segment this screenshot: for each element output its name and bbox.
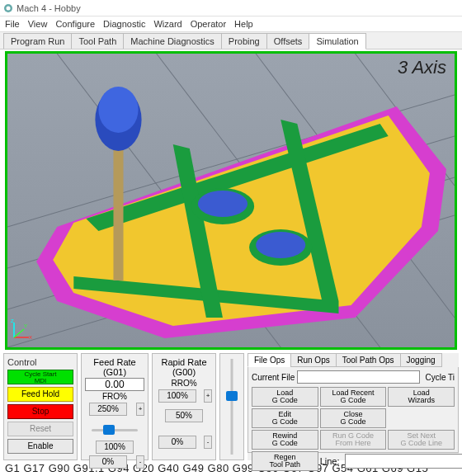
svg-text:Z: Z xyxy=(11,318,14,323)
menu-diagnostic[interactable]: Diagnostic xyxy=(103,19,145,29)
window-title: Mach 4 - Hobby xyxy=(16,3,81,13)
file-ops-tab-bar: File Ops Run Ops Tool Path Ops Jogging xyxy=(248,353,459,367)
svg-text:X: X xyxy=(29,335,32,340)
current-file-label: Current File xyxy=(252,373,295,382)
fro-plus-button[interactable]: + xyxy=(136,403,144,416)
svg-text:Y: Y xyxy=(24,323,27,328)
rro-current: 50% xyxy=(165,409,203,422)
tab-program-run[interactable]: Program Run xyxy=(3,33,72,49)
menu-configure[interactable]: Configure xyxy=(55,19,95,29)
simulated-part-graphic xyxy=(7,54,455,347)
fro-minus-button[interactable]: - xyxy=(136,455,144,469)
feed-rate-readout: 0.00 xyxy=(85,378,144,391)
axis-triad-icon: Z X Y xyxy=(11,318,34,342)
set-next-line-button[interactable]: Set Next G Code Line xyxy=(388,430,455,450)
line-label: Line: xyxy=(320,456,340,466)
line-input[interactable] xyxy=(345,454,462,469)
rewind-gcode-button[interactable]: Rewind G Code xyxy=(252,430,318,450)
tab-run-ops[interactable]: Run Ops xyxy=(290,353,336,367)
fro-min: 0% xyxy=(89,455,127,469)
rapid-rate-title: Rapid Rate (G00) xyxy=(156,357,212,377)
fro-max: 250% xyxy=(89,403,127,416)
rro-max: 100% xyxy=(158,389,196,403)
tab-file-ops[interactable]: File Ops xyxy=(248,353,291,367)
fro-slider[interactable] xyxy=(85,421,144,439)
feed-rate-title: Feed Rate (G01) xyxy=(85,357,144,377)
tab-toolpath-ops[interactable]: Tool Path Ops xyxy=(336,353,401,367)
close-gcode-button[interactable]: Close G Code xyxy=(320,408,387,428)
main-tab-bar: Program Run Tool Path Machine Diagnostic… xyxy=(0,31,462,49)
menu-wizard[interactable]: Wizard xyxy=(153,19,182,29)
rapid-rate-panel: Rapid Rate (G00) RRO% 100% + 50% 0% - xyxy=(152,353,216,460)
menu-operator[interactable]: Operator xyxy=(191,19,226,29)
app-icon xyxy=(3,3,13,13)
tab-simulation[interactable]: Simulation xyxy=(309,33,365,49)
tab-tool-path[interactable]: Tool Path xyxy=(71,33,124,49)
regen-toolpath-button[interactable]: Regen Tool Path xyxy=(252,451,318,471)
tab-probing[interactable]: Probing xyxy=(221,33,267,49)
rro-vertical-slider[interactable] xyxy=(219,353,244,460)
fro-label: FRO% xyxy=(85,392,144,401)
svg-rect-20 xyxy=(113,136,123,280)
reset-button[interactable]: Reset xyxy=(7,422,73,436)
tab-machine-diagnostics[interactable]: Machine Diagnostics xyxy=(123,33,222,49)
viewport-mode-label: 3 Axis xyxy=(398,57,446,78)
load-gcode-button[interactable]: Load G Code xyxy=(252,387,318,407)
svg-line-25 xyxy=(14,329,24,337)
control-title: Control xyxy=(7,357,73,367)
menu-file[interactable]: File xyxy=(5,19,20,29)
stop-button[interactable]: Stop xyxy=(7,404,73,419)
load-wizards-button[interactable]: Load Wizards xyxy=(388,387,455,407)
simulation-viewport[interactable]: 3 Axis Z X Y xyxy=(5,51,457,350)
svg-point-19 xyxy=(256,232,305,258)
rro-minus-button[interactable]: - xyxy=(204,436,212,449)
titlebar: Mach 4 - Hobby xyxy=(0,0,462,16)
tab-jogging[interactable]: Jogging xyxy=(400,353,442,367)
load-recent-gcode-button[interactable]: Load Recent G Code xyxy=(320,387,387,407)
control-panel: Control Cycle Start MDI Feed Hold Stop R… xyxy=(3,353,78,460)
svg-point-22 xyxy=(98,87,138,133)
run-from-here-button[interactable]: Run G Code From Here xyxy=(320,430,387,450)
feed-rate-panel: Feed Rate (G01) 0.00 FRO% 250% + 100% 0%… xyxy=(81,353,148,460)
tab-offsets[interactable]: Offsets xyxy=(266,33,310,49)
menu-bar: File View Configure Diagnostic Wizard Op… xyxy=(0,16,462,31)
rro-min: 0% xyxy=(158,436,196,449)
fro-current: 100% xyxy=(96,441,134,454)
enable-button[interactable]: Enable xyxy=(7,439,73,454)
svg-point-18 xyxy=(198,191,248,217)
rro-plus-button[interactable]: + xyxy=(204,389,212,403)
menu-help[interactable]: Help xyxy=(234,19,253,29)
current-file-input[interactable] xyxy=(297,370,420,384)
feed-hold-button[interactable]: Feed Hold xyxy=(7,387,73,402)
rro-label: RRO% xyxy=(156,379,212,388)
edit-gcode-button[interactable]: Edit G Code xyxy=(252,408,318,428)
menu-view[interactable]: View xyxy=(28,19,48,29)
file-ops-panel: File Ops Run Ops Tool Path Ops Jogging C… xyxy=(248,353,459,460)
cycle-start-button[interactable]: Cycle Start MDI xyxy=(7,370,73,384)
cycle-time-label: Cycle Ti xyxy=(425,373,455,382)
svg-point-1 xyxy=(7,6,11,10)
